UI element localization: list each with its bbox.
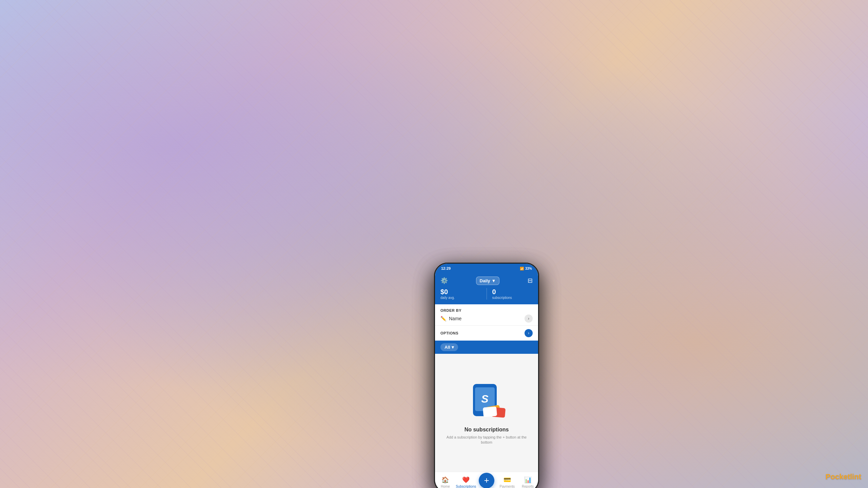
- svg-rect-12: [483, 406, 497, 417]
- filter-icon-3[interactable]: ⊟: [528, 277, 533, 284]
- nav-reports-3[interactable]: 📊 Reports: [517, 472, 538, 488]
- empty-subtitle: Add a subscription by tapping the + butt…: [442, 435, 531, 445]
- battery-3: 33%: [525, 267, 532, 270]
- svg-text:S: S: [481, 393, 489, 405]
- daily-avg-value: $0: [440, 288, 481, 296]
- empty-illustration: S: [463, 381, 510, 421]
- empty-title: No subscriptions: [465, 427, 509, 433]
- all-dropdown[interactable]: All ▾: [440, 343, 458, 351]
- payments-icon-3: 💳: [504, 476, 511, 484]
- order-icon: ✏️: [440, 316, 446, 321]
- watermark-text2: lint: [850, 472, 861, 481]
- bottom-nav-3: 🏠 Home ❤️ Subscriptions + 💳 Payments: [435, 472, 538, 488]
- order-row[interactable]: ✏️ Name ›: [440, 314, 533, 323]
- daily-dropdown[interactable]: Daily ▼: [476, 277, 500, 285]
- watermark: Pocketlint: [826, 472, 861, 481]
- filter-bar: All ▾: [435, 341, 538, 354]
- phone3-header: ⚙️ Daily ▼ ⊟: [435, 273, 538, 288]
- stat-subscriptions: 0 subscriptions: [487, 288, 533, 300]
- phone-3: 12:29 📶 33% ⚙️ Daily ▼ ⊟ $0 daily: [434, 263, 539, 488]
- subscriptions-label: subscriptions: [492, 296, 533, 300]
- order-section: ORDER BY ✏️ Name ›: [435, 304, 538, 325]
- order-by-title: ORDER BY: [440, 308, 533, 312]
- add-button-3[interactable]: +: [479, 473, 494, 488]
- nav-add-3[interactable]: +: [476, 472, 497, 488]
- status-bar-3: 12:29 📶 33%: [435, 264, 538, 273]
- order-label: Name: [449, 316, 522, 321]
- empty-state: S No subscriptions Add a subscription by…: [435, 354, 538, 472]
- options-chevron: ›: [525, 329, 533, 337]
- status-icons-3: 📶 33%: [520, 267, 532, 270]
- watermark-text1: Pocket: [826, 472, 850, 481]
- nav-payments-3[interactable]: 💳 Payments: [497, 472, 517, 488]
- subscriptions-icon-3: ❤️: [462, 476, 470, 484]
- stat-daily-avg: $0 daily avg.: [440, 288, 487, 300]
- time-3: 12:29: [441, 266, 451, 270]
- nav-subscriptions-3[interactable]: ❤️ Subscriptions: [456, 472, 476, 488]
- options-row[interactable]: OPTIONS ›: [435, 325, 538, 341]
- subscriptions-value: 0: [492, 288, 533, 296]
- stats-row: $0 daily avg. 0 subscriptions: [435, 288, 538, 304]
- wifi-icon-3: 📶: [520, 267, 524, 270]
- nav-home-3[interactable]: 🏠 Home: [435, 472, 456, 488]
- options-row-label: OPTIONS: [440, 331, 525, 335]
- reports-icon-3: 📊: [524, 476, 532, 484]
- settings-icon-3[interactable]: ⚙️: [440, 277, 448, 284]
- order-chevron: ›: [525, 314, 533, 323]
- home-icon-3: 🏠: [441, 476, 449, 484]
- daily-avg-label: daily avg.: [440, 296, 481, 300]
